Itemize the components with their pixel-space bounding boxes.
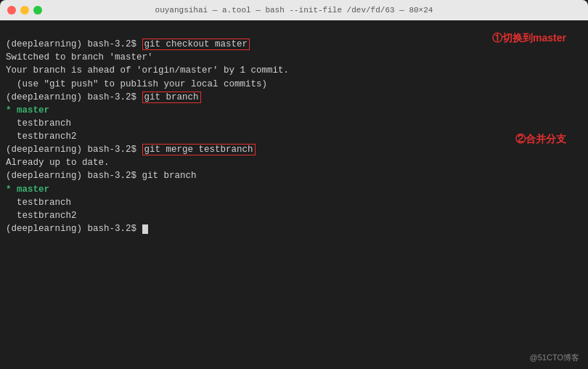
line-2: Switched to branch 'master' xyxy=(6,52,153,62)
line-10: Already up to date. xyxy=(6,158,110,168)
line-14: testbranch2 xyxy=(6,211,77,221)
annotation-switch-master: ①切换到master xyxy=(492,32,566,45)
traffic-lights xyxy=(7,6,42,15)
line-1: (deeplearning) bash-3.2$ git checkout ma… xyxy=(6,38,250,50)
line-7: testbranch xyxy=(6,118,71,129)
window-chrome: ouyangsihai — a.tool — bash --init-file … xyxy=(0,0,588,20)
line-12: * master xyxy=(6,184,49,195)
line-9: (deeplearning) bash-3.2$ git merge testb… xyxy=(6,144,256,155)
watermark: @51CTO博客 xyxy=(530,352,579,363)
terminal-body: (deeplearning) bash-3.2$ git checkout ma… xyxy=(0,20,588,369)
line-4: (use "git push" to publish your local co… xyxy=(6,79,267,89)
line-3: Your branch is ahead of 'origin/master' … xyxy=(6,65,289,76)
line-13: testbranch xyxy=(6,198,71,208)
close-button[interactable] xyxy=(7,6,16,15)
line-11: (deeplearning) bash-3.2$ git branch xyxy=(6,171,197,181)
terminal-output: (deeplearning) bash-3.2$ git checkout ma… xyxy=(6,25,582,235)
line-8: testbranch2 xyxy=(6,131,77,142)
window-title: ouyangsihai — a.tool — bash --init-file … xyxy=(155,6,433,15)
line-15: (deeplearning) bash-3.2$ xyxy=(6,224,148,234)
line-6: * master xyxy=(6,105,49,115)
annotation-merge-branch: ②合并分支 xyxy=(515,133,566,146)
minimize-button[interactable] xyxy=(20,6,29,15)
maximize-button[interactable] xyxy=(33,6,42,15)
line-5: (deeplearning) bash-3.2$ git branch xyxy=(6,92,201,103)
